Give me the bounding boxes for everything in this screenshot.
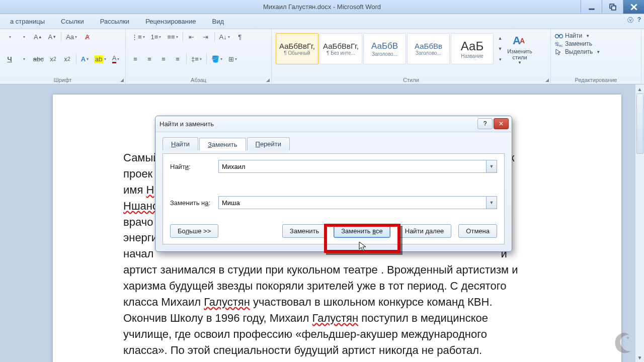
style-heading2-label: Заголово... xyxy=(416,50,441,56)
replace-button[interactable]: abac Заменить xyxy=(555,40,637,47)
strikethrough-button[interactable]: abc xyxy=(32,53,45,64)
change-case-button[interactable]: Aa xyxy=(64,31,78,42)
subscript-button[interactable]: x2 xyxy=(48,53,59,64)
tab-references[interactable]: Ссылки xyxy=(53,16,92,27)
font-color-button[interactable]: A xyxy=(110,53,121,64)
tab-mailings[interactable]: Рассылки xyxy=(92,16,137,27)
svg-text:ac: ac xyxy=(559,44,563,47)
ribbon: A▲ A▼ Aa A̷ Ч abc x2 x2 A ab A Шрифт ◢ ⋮… xyxy=(0,29,644,84)
paragraph-dialog-launcher[interactable]: ◢ xyxy=(266,77,270,82)
minimize-button[interactable] xyxy=(581,0,602,14)
change-styles-button[interactable]: AA Изменить стили ▼ xyxy=(504,31,536,66)
find-input[interactable] xyxy=(218,160,486,173)
scroll-thumb[interactable] xyxy=(636,94,643,154)
align-right-button[interactable]: ≡ xyxy=(158,53,169,64)
change-styles-icon: AA xyxy=(512,33,528,48)
scroll-up-arrow[interactable]: ▲ xyxy=(635,84,644,94)
styles-dialog-launcher[interactable]: ◢ xyxy=(545,77,549,82)
highlight-button[interactable]: ab xyxy=(93,53,107,64)
binoculars-icon xyxy=(555,32,563,39)
underline-dropdown[interactable] xyxy=(18,53,29,64)
vertical-scrollbar[interactable]: ▲ ▼ xyxy=(635,84,644,362)
style-normal[interactable]: АаБбВвГг, ¶ Обычный xyxy=(276,33,318,64)
svg-rect-2 xyxy=(611,6,615,10)
replace-icon: abac xyxy=(555,40,563,47)
select-icon xyxy=(555,48,563,55)
select-button[interactable]: Выделить▼ xyxy=(555,48,637,55)
style-normal-label: ¶ Обычный xyxy=(284,50,310,56)
style-title[interactable]: АаБ Название xyxy=(451,33,494,64)
show-marks-button[interactable]: ¶ xyxy=(234,31,246,42)
dialog-tab-find[interactable]: Найти xyxy=(163,137,198,150)
underline-button[interactable]: Ч xyxy=(4,53,15,64)
replace-input[interactable] xyxy=(218,196,486,209)
increase-indent-button[interactable]: ⇥ xyxy=(200,31,211,42)
multilevel-list-button[interactable]: ≡≡ xyxy=(166,31,179,42)
svg-rect-0 xyxy=(589,8,594,10)
more-button[interactable]: Больше >> xyxy=(170,224,218,238)
tab-review[interactable]: Рецензирование xyxy=(137,16,204,27)
replace-label: Заменить на: xyxy=(170,199,218,207)
replace-one-button[interactable]: Заменить xyxy=(282,224,327,238)
paragraph-group-label: Абзац xyxy=(130,75,267,83)
style-title-label: Название xyxy=(461,53,484,59)
replace-dropdown-button[interactable]: ▼ xyxy=(486,196,497,209)
tab-page-layout[interactable]: а страницы xyxy=(2,16,53,27)
style-heading1[interactable]: АаБбВ Заголово... xyxy=(363,33,406,64)
svg-text:A: A xyxy=(520,37,525,45)
svg-point-10 xyxy=(627,337,629,339)
editing-group-label: Редактирование xyxy=(555,75,637,83)
borders-button[interactable]: ⊞ xyxy=(227,53,238,64)
font-name-combo[interactable] xyxy=(4,31,15,42)
text-effects-button[interactable]: A xyxy=(79,53,90,64)
style-heading1-label: Заголово... xyxy=(372,51,397,57)
maximize-button[interactable] xyxy=(602,0,623,14)
dialog-titlebar[interactable]: Найти и заменить ? ✕ xyxy=(155,116,512,132)
watermark-icon xyxy=(609,330,637,358)
style-heading2[interactable]: АаБбВв Заголово... xyxy=(407,33,450,64)
decrease-indent-button[interactable]: ⇤ xyxy=(186,31,197,42)
sort-button[interactable]: A↓ xyxy=(218,31,231,42)
find-label: Найти: xyxy=(170,163,218,170)
find-replace-dialog: Найти и заменить ? ✕ Найти Заменить Пере… xyxy=(155,116,512,252)
font-dialog-launcher[interactable]: ◢ xyxy=(120,77,124,82)
clear-formatting-button[interactable]: A̷ xyxy=(82,31,93,42)
font-size-combo[interactable] xyxy=(18,31,29,42)
help-icon[interactable]: ? xyxy=(637,16,641,25)
numbering-button[interactable]: 1≡ xyxy=(149,31,163,42)
document-area: Самый к проек имя Нй Ншаной врачо энерги… xyxy=(0,84,644,362)
find-dropdown-button[interactable]: ▼ xyxy=(486,160,497,173)
cancel-button[interactable]: Отмена xyxy=(458,224,497,238)
align-left-button[interactable]: ≡ xyxy=(130,53,141,64)
find-button[interactable]: Найти▼ xyxy=(555,32,637,39)
bullets-button[interactable]: ⋮≡ xyxy=(130,31,146,42)
justify-button[interactable]: ≡ xyxy=(172,53,183,64)
dialog-help-button[interactable]: ? xyxy=(477,118,493,129)
style-no-spacing-label: ¶ Без инте... xyxy=(327,50,355,56)
grow-font-button[interactable]: A▲ xyxy=(32,31,44,42)
style-no-spacing[interactable]: АаБбВвГг, ¶ Без инте... xyxy=(319,33,362,64)
align-center-button[interactable]: ≡ xyxy=(144,53,155,64)
dialog-tab-goto[interactable]: Перейти xyxy=(247,137,290,150)
styles-group-label: Стили xyxy=(276,75,546,83)
tab-view[interactable]: Вид xyxy=(204,16,232,27)
dialog-tab-replace[interactable]: Заменить xyxy=(199,138,246,151)
svg-rect-7 xyxy=(558,35,560,36)
app-title: Михаил Галустян.docx - Microsoft Word xyxy=(263,3,381,11)
ribbon-tabs: а страницы Ссылки Рассылки Рецензировани… xyxy=(0,14,644,29)
line-spacing-button[interactable]: ‡≡ xyxy=(190,53,203,64)
replace-all-button[interactable]: Заменить все xyxy=(334,224,390,238)
font-group-label: Шрифт xyxy=(4,75,121,83)
svg-text:ab: ab xyxy=(555,41,559,45)
find-next-button[interactable]: Найти далее xyxy=(397,224,452,238)
shading-button[interactable]: 🪣 xyxy=(210,53,224,64)
minimize-ribbon-icon[interactable]: ⓥ xyxy=(627,16,633,25)
close-button[interactable] xyxy=(623,0,644,14)
dialog-close-button[interactable]: ✕ xyxy=(494,118,509,129)
superscript-button[interactable]: x2 xyxy=(62,53,73,64)
title-bar: Михаил Галустян.docx - Microsoft Word xyxy=(0,0,644,14)
dialog-title: Найти и заменить xyxy=(159,120,214,128)
shrink-font-button[interactable]: A▼ xyxy=(47,31,58,42)
